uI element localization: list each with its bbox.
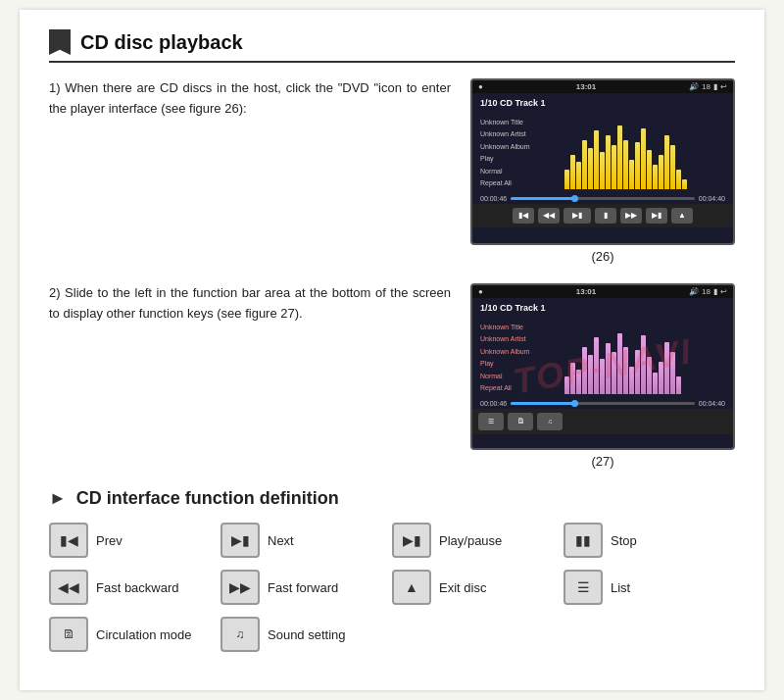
ctrl-fast-fwd[interactable]: ▶▶ <box>620 208 642 224</box>
status-icons-26: 🔊 18 ▮ ↩ <box>689 82 727 91</box>
func-circmode: 🖺 Circulation mode <box>49 617 220 652</box>
paragraph-2: 2) Slide to the left in the function bar… <box>49 283 451 325</box>
func-soundset: ♫ Sound setting <box>220 617 392 652</box>
progress-dot-26 <box>571 195 578 202</box>
fastbwd-icon: ◀◀ <box>49 570 88 605</box>
fig26-label: (26) <box>591 249 613 264</box>
circmode-icon: 🖺 <box>49 617 88 652</box>
exitdisc-icon: ▲ <box>392 570 431 605</box>
soundset-icon: ♫ <box>220 617 260 652</box>
progress-area-27: 00:00:46 00:04:40 <box>472 398 733 409</box>
progress-fill-27 <box>511 402 575 405</box>
fig27-label: (27) <box>591 454 613 469</box>
section2-title-bar: ► CD interface function definition <box>49 488 735 509</box>
func-exitdisc: ▲ Exit disc <box>392 570 564 605</box>
ctrl-list-27[interactable]: ☰ <box>478 413 504 430</box>
figure-26-screen: ● 13:01 🔊 18 ▮ ↩ 1/10 CD Track 1 Unknown… <box>470 78 735 245</box>
section1-heading: CD disc playback <box>80 31 243 54</box>
ctrl-skip-next[interactable]: ▶▮ <box>646 208 667 224</box>
content-row-1: 1) When there are CD discs in the host, … <box>49 78 735 264</box>
list-label: List <box>611 580 630 595</box>
progress-track-27 <box>511 402 695 405</box>
func-fastbwd: ◀◀ Fast backward <box>49 570 220 605</box>
next-icon: ▶▮ <box>220 523 260 558</box>
section1-title-bar: CD disc playback <box>49 29 735 63</box>
next-label: Next <box>268 533 294 548</box>
status-left: ● <box>478 82 483 91</box>
section2-heading: CD interface function definition <box>76 488 339 509</box>
func-playpause: ▶▮ Play/pause <box>392 523 564 558</box>
left-info-27: Unknown Title Unknown Artist Unknown Alb… <box>472 320 561 398</box>
left-info-26: Unknown Title Unknown Artist Unknown Alb… <box>472 115 561 193</box>
ctrl-play-pause[interactable]: ▶▮ <box>564 208 591 224</box>
waveform-26 <box>561 115 733 193</box>
content-row-2: 2) Slide to the left in the function bar… <box>49 283 735 469</box>
status-left-27: ● <box>478 287 483 296</box>
controls-bar-27: ☰ 🖺 ♫ <box>472 409 733 434</box>
func-fastfwd: ▶▶ Fast forward <box>220 570 392 605</box>
progress-track-26 <box>511 197 695 200</box>
progress-area-26: 00:00:46 00:04:40 <box>472 193 733 204</box>
stop-icon: ▮▮ <box>564 523 603 558</box>
manual-page: CD disc playback 1) When there are CD di… <box>20 10 764 690</box>
ctrl-fast-bwd[interactable]: ◀◀ <box>538 208 560 224</box>
content-area-26: Unknown Title Unknown Artist Unknown Alb… <box>472 115 733 193</box>
list-icon: ☰ <box>564 570 603 605</box>
controls-bar-26: ▮◀ ◀◀ ▶▮ ▮ ▶▶ ▶▮ ▲ <box>472 204 733 227</box>
progress-fill-26 <box>511 197 575 200</box>
status-icons-27: 🔊 18 ▮ ↩ <box>689 287 727 296</box>
ctrl-skip-prev[interactable]: ▮◀ <box>513 208 534 224</box>
status-bar-27: ● 13:01 🔊 18 ▮ ↩ <box>472 285 733 298</box>
ctrl-stop[interactable]: ▮ <box>595 208 616 224</box>
function-grid: ▮◀ Prev ▶▮ Next ▶▮ Play/pause ▮▮ Stop ◀◀… <box>49 523 735 652</box>
soundset-label: Sound setting <box>268 627 346 642</box>
paragraph-1: 1) When there are CD discs in the host, … <box>49 78 451 120</box>
status-bar-26: ● 13:01 🔊 18 ▮ ↩ <box>472 80 733 93</box>
content-area-27: Unknown Title Unknown Artist Unknown Alb… <box>472 320 733 398</box>
figure-26-col: ● 13:01 🔊 18 ▮ ↩ 1/10 CD Track 1 Unknown… <box>470 78 735 264</box>
stop-label: Stop <box>611 533 637 548</box>
exitdisc-label: Exit disc <box>439 580 486 595</box>
figure-27-screen: ● 13:01 🔊 18 ▮ ↩ 1/10 CD Track 1 Unknown… <box>470 283 735 450</box>
func-prev: ▮◀ Prev <box>49 523 220 558</box>
playpause-label: Play/pause <box>439 533 502 548</box>
ctrl-mode-27[interactable]: 🖺 <box>508 413 533 430</box>
fastbwd-label: Fast backward <box>96 580 179 595</box>
figure-27-col: ● 13:01 🔊 18 ▮ ↩ 1/10 CD Track 1 Unknown… <box>470 283 735 469</box>
bookmark-icon <box>49 29 71 55</box>
track-info-26: 1/10 CD Track 1 <box>472 93 733 115</box>
clock-27: 13:01 <box>576 287 596 296</box>
prev-label: Prev <box>96 533 122 548</box>
prev-icon: ▮◀ <box>49 523 88 558</box>
fastfwd-label: Fast forward <box>268 580 338 595</box>
ctrl-eject[interactable]: ▲ <box>671 208 693 224</box>
clock-26: 13:01 <box>576 82 596 91</box>
func-list: ☰ List <box>564 570 735 605</box>
progress-dot-27 <box>571 400 578 407</box>
track-info-27: 1/10 CD Track 1 <box>472 298 733 320</box>
func-next: ▶▮ Next <box>220 523 392 558</box>
waveform-27 <box>561 320 733 398</box>
ctrl-eq-27[interactable]: ♫ <box>537 413 563 430</box>
circmode-label: Circulation mode <box>96 627 192 642</box>
arrow-right-icon: ► <box>49 488 67 509</box>
func-stop: ▮▮ Stop <box>564 523 735 558</box>
fastfwd-icon: ▶▶ <box>220 570 260 605</box>
playpause-icon: ▶▮ <box>392 523 431 558</box>
